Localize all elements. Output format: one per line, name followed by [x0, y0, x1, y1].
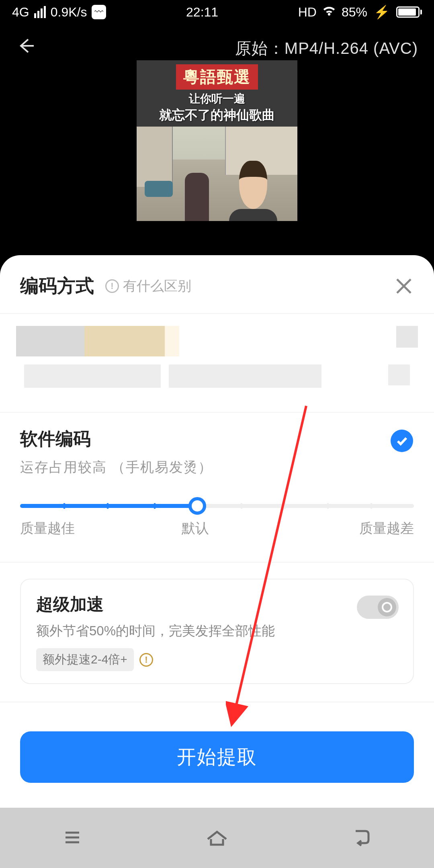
- format-info: 原始：MP4/H.264 (AVC): [235, 37, 418, 59]
- video-thumbnail[interactable]: 粵語甄選 让你听一遍 就忘不了的神仙歌曲: [137, 60, 297, 221]
- accelerate-badge-row: 额外提速2-4倍+ !: [36, 648, 398, 671]
- slider-label-worst: 质量越差: [359, 519, 414, 538]
- encoder-tabs[interactable]: [0, 314, 434, 373]
- slider-thumb[interactable]: [188, 497, 206, 515]
- status-bar: 4G 0.9K/s 〰 22:11 HD 85% ⚡: [0, 0, 434, 24]
- thumbnail-line2: 就忘不了的神仙歌曲: [159, 106, 275, 124]
- slider-label-default: 默认: [182, 519, 209, 538]
- tab-placeholder[interactable]: [16, 326, 84, 356]
- network-type: 4G: [12, 5, 29, 20]
- clock: 22:11: [186, 5, 218, 20]
- app-indicator-icon: 〰: [92, 5, 106, 19]
- divider: [0, 562, 434, 563]
- option-description: 运存占用较高 （手机易发烫）: [20, 458, 414, 477]
- divider: [0, 702, 434, 702]
- speed-badge: 额外提速2-4倍+: [36, 648, 134, 671]
- battery-percent: 85%: [342, 5, 367, 20]
- hd-label: HD: [298, 5, 317, 20]
- accelerate-description: 额外节省50%的时间，完美发挥全部性能: [36, 622, 398, 640]
- help-link[interactable]: ! 有什么区别: [105, 277, 191, 295]
- recent-apps-button[interactable]: [58, 823, 86, 853]
- home-button[interactable]: [203, 823, 231, 853]
- tab-placeholder: [388, 364, 410, 385]
- slider-fill: [20, 504, 197, 508]
- signal-icon: [34, 6, 46, 18]
- format-value: MP4/H.264 (AVC): [285, 39, 418, 57]
- system-nav-bar: [0, 808, 434, 868]
- battery-icon: [396, 6, 422, 18]
- thumbnail-banner: 粵語甄選: [176, 64, 258, 90]
- help-text: 有什么区别: [123, 277, 191, 295]
- slider-label-best: 质量越佳: [20, 519, 75, 538]
- slider-labels: 质量越佳 默认 质量越差: [20, 519, 414, 538]
- charging-icon: ⚡: [374, 4, 390, 20]
- encoding-sheet: 编码方式 ! 有什么区别 软件编码 运存占用较高 （手机易发烫）: [0, 255, 434, 868]
- tab-placeholder: [396, 326, 418, 348]
- back-button[interactable]: [16, 36, 40, 60]
- encoder-tabs-row2: [0, 364, 434, 404]
- tab-placeholder[interactable]: [169, 364, 321, 388]
- start-extract-button[interactable]: 开始提取: [20, 731, 414, 783]
- tab-placeholder[interactable]: [84, 326, 165, 356]
- close-button[interactable]: [394, 276, 414, 296]
- tab-placeholder[interactable]: [24, 364, 161, 388]
- format-label: 原始：: [235, 39, 285, 57]
- toggle-knob: [378, 598, 396, 616]
- start-extract-label: 开始提取: [177, 744, 257, 770]
- accelerate-title: 超级加速: [36, 593, 398, 616]
- thumbnail-line1: 让你听一遍: [189, 91, 245, 106]
- thumbnail-scene: [137, 127, 297, 221]
- back-nav-button[interactable]: [348, 823, 376, 853]
- tab-placeholder[interactable]: [165, 326, 179, 356]
- option-title: 软件编码: [20, 427, 414, 451]
- status-left: 4G 0.9K/s 〰: [12, 5, 106, 20]
- status-right: HD 85% ⚡: [298, 3, 422, 21]
- accelerate-toggle[interactable]: [357, 596, 399, 619]
- warning-icon[interactable]: !: [139, 653, 153, 667]
- quality-slider[interactable]: 质量越佳 默认 质量越差: [0, 485, 434, 546]
- selected-check-icon: [391, 430, 413, 452]
- info-icon: !: [105, 279, 119, 293]
- super-accelerate-card: 超级加速 额外节省50%的时间，完美发挥全部性能 额外提速2-4倍+ !: [20, 579, 414, 684]
- slider-track[interactable]: [20, 504, 414, 508]
- data-speed: 0.9K/s: [51, 5, 87, 20]
- wifi-icon: [321, 3, 337, 21]
- software-encoding-option[interactable]: 软件编码 运存占用较高 （手机易发烫）: [0, 413, 434, 485]
- sheet-title: 编码方式: [20, 274, 94, 299]
- sheet-header: 编码方式 ! 有什么区别: [0, 255, 434, 313]
